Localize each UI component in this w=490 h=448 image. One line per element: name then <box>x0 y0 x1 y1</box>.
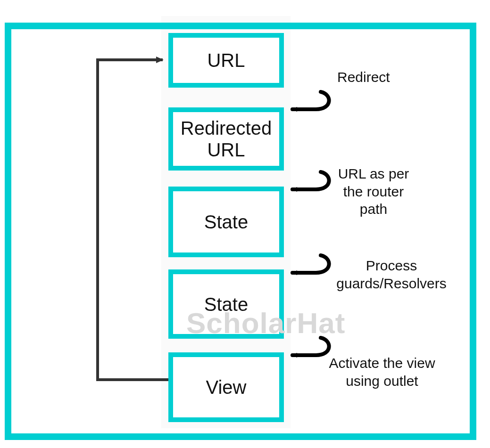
annotation-guards: Processguards/Resolvers <box>330 257 453 292</box>
annotation-redirect: Redirect <box>337 68 390 86</box>
node-url: URL <box>168 33 284 88</box>
annotation-activate: Activate the viewusing outlet <box>311 354 453 390</box>
node-state-1: State <box>168 187 284 257</box>
node-view: View <box>168 352 284 422</box>
node-redirected-url: RedirectedURL <box>168 107 284 171</box>
node-state-2: State <box>168 269 284 339</box>
annotation-url-router: URL as perthe routerpath <box>331 165 416 218</box>
